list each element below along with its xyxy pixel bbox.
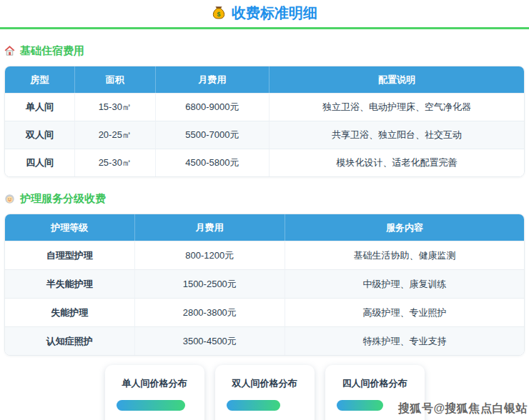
table-cell: 15-30㎡ bbox=[75, 93, 156, 121]
table-cell: 单人间 bbox=[5, 93, 75, 121]
watermark: 搜狐号@搜狐焦点白银站 bbox=[398, 401, 528, 416]
table-cell: 高级护理、专业照护 bbox=[285, 298, 524, 326]
column-header: 面积 bbox=[75, 66, 156, 93]
table-cell: 1500-2500元 bbox=[135, 269, 286, 298]
section-heading-lodging: 基础住宿费用 bbox=[4, 44, 525, 58]
svg-text:$: $ bbox=[217, 11, 221, 18]
column-header: 月费用 bbox=[156, 66, 270, 93]
section-heading-nursing: 护理服务分级收费 bbox=[4, 192, 525, 206]
column-header: 月费用 bbox=[135, 214, 286, 241]
price-card: 单人间价格分布6800-9000元/月 bbox=[105, 365, 204, 420]
table-cell: 四人间 bbox=[5, 149, 75, 176]
table-cell: 特殊护理、专业支持 bbox=[285, 326, 524, 355]
table-row: 双人间20-25㎡5500-7000元共享卫浴、独立阳台、社交互动 bbox=[5, 121, 524, 149]
table-cell: 独立卫浴、电动护理床、空气净化器 bbox=[270, 93, 524, 121]
price-card-title: 四人间价格分布 bbox=[337, 377, 413, 390]
price-card-title: 双人间价格分布 bbox=[227, 377, 303, 390]
nursing-fee-table: 护理等级月费用服务内容 自理型护理800-1200元基础生活协助、健康监测半失能… bbox=[5, 214, 524, 355]
page-header: $ 收费标准明细 bbox=[0, 0, 529, 29]
page-title: $ 收费标准明细 bbox=[212, 4, 317, 22]
table-cell: 3500-4500元 bbox=[135, 326, 286, 355]
house-icon bbox=[4, 46, 15, 56]
price-card-title: 单人间价格分布 bbox=[117, 377, 193, 390]
table-cell: 20-25㎡ bbox=[75, 121, 156, 149]
table-cell: 800-1200元 bbox=[135, 241, 286, 269]
price-card: 双人间价格分布5500-7000元/月 bbox=[215, 365, 315, 420]
table-cell: 共享卫浴、独立阳台、社交互动 bbox=[270, 121, 524, 149]
table-row: 失能护理2800-3800元高级护理、专业照护 bbox=[5, 298, 524, 326]
money-bag-icon: $ bbox=[212, 6, 226, 20]
price-range-bar bbox=[337, 400, 383, 411]
table-cell: 25-30㎡ bbox=[75, 149, 156, 176]
table-cell: 模块化设计、适老化配置完善 bbox=[270, 149, 524, 176]
section-heading-text: 护理服务分级收费 bbox=[20, 192, 106, 206]
column-header: 服务内容 bbox=[285, 214, 524, 241]
table-row: 认知症照护3500-4500元特殊护理、专业支持 bbox=[5, 326, 524, 355]
column-header: 护理等级 bbox=[5, 214, 135, 241]
table-cell: 自理型护理 bbox=[5, 241, 135, 269]
table-cell: 6800-9000元 bbox=[156, 93, 270, 121]
section-heading-text: 基础住宿费用 bbox=[20, 44, 84, 58]
column-header: 房型 bbox=[5, 66, 75, 93]
table-cell: 中级护理、康复训练 bbox=[285, 269, 524, 298]
table-cell: 认知症照护 bbox=[5, 326, 135, 355]
table-row: 四人间25-30㎡4500-5800元模块化设计、适老化配置完善 bbox=[5, 149, 524, 176]
table-cell: 基础生活协助、健康监测 bbox=[285, 241, 524, 269]
page-title-text: 收费标准明细 bbox=[232, 4, 317, 22]
table-row: 半失能护理1500-2500元中级护理、康复训练 bbox=[5, 269, 524, 298]
table-cell: 5500-7000元 bbox=[156, 121, 270, 149]
table-header-row: 房型面积月费用配置说明 bbox=[5, 66, 524, 93]
table-row: 自理型护理800-1200元基础生活协助、健康监测 bbox=[5, 241, 524, 269]
table-cell: 半失能护理 bbox=[5, 269, 135, 298]
lodging-fee-table: 房型面积月费用配置说明 单人间15-30㎡6800-9000元独立卫浴、电动护理… bbox=[5, 66, 524, 176]
table-cell: 双人间 bbox=[5, 121, 75, 149]
table-row: 单人间15-30㎡6800-9000元独立卫浴、电动护理床、空气净化器 bbox=[5, 93, 524, 121]
nursing-fee-table-wrap: 护理等级月费用服务内容 自理型护理800-1200元基础生活协助、健康监测半失能… bbox=[4, 214, 525, 356]
table-cell: 失能护理 bbox=[5, 298, 135, 326]
table-cell: 4500-5800元 bbox=[156, 149, 270, 176]
price-range-bar bbox=[227, 400, 281, 411]
table-cell: 2800-3800元 bbox=[135, 298, 286, 326]
elder-face-icon bbox=[4, 194, 15, 204]
title-divider bbox=[0, 27, 529, 29]
table-header-row: 护理等级月费用服务内容 bbox=[5, 214, 524, 241]
lodging-fee-table-wrap: 房型面积月费用配置说明 单人间15-30㎡6800-9000元独立卫浴、电动护理… bbox=[4, 66, 525, 177]
column-header: 配置说明 bbox=[270, 66, 524, 93]
price-range-bar bbox=[117, 400, 185, 411]
